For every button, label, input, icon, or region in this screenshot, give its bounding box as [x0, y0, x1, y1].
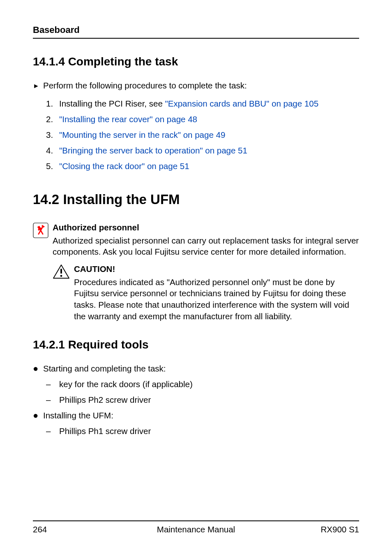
list-text-prefix: Installing the PCI Riser, see — [59, 99, 165, 108]
footer-model: RX900 S1 — [321, 525, 359, 534]
list-item: 2. "Installing the rear cover" on page 4… — [46, 114, 359, 124]
list-item: – Phillips Ph1 screw driver — [46, 426, 359, 436]
note-body: Authorized specialist personnel can carr… — [53, 235, 359, 258]
bullet-icon: ● — [33, 364, 43, 374]
list-item: 5. "Closing the rack door" on page 51 — [46, 161, 359, 171]
bullet-text: Starting and completing the task: — [43, 364, 166, 374]
list-number: 5. — [46, 161, 59, 171]
footer-row: 264 Maintenance Manual RX900 S1 — [33, 525, 359, 534]
instruction-step: ► Perform the following procedures to co… — [33, 81, 359, 91]
bullet-item: ● Installing the UFM: — [33, 411, 359, 420]
note-title: Authorized personnel — [53, 222, 359, 233]
dash-list: – key for the rack doors (if applicable)… — [46, 379, 359, 405]
list-item: – key for the rack doors (if applicable) — [46, 379, 359, 389]
cross-reference-link[interactable]: "Installing the rear cover" on page 48 — [59, 114, 197, 124]
list-item: 1. Installing the PCI Riser, see "Expans… — [46, 99, 359, 109]
bullet-text: Installing the UFM: — [43, 411, 113, 420]
numbered-procedure-list: 1. Installing the PCI Riser, see "Expans… — [46, 99, 359, 171]
cross-reference-link[interactable]: "Bringing the server back to operation" … — [59, 146, 247, 156]
instruction-text: Perform the following procedures to comp… — [43, 81, 247, 91]
cross-reference-link[interactable]: "Expansion cards and BBU" on page 105 — [165, 99, 319, 108]
list-number: 3. — [46, 130, 59, 140]
caution-content: CAUTION! Procedures indicated as "Author… — [74, 263, 359, 322]
svg-point-4 — [60, 275, 62, 277]
cross-reference-link[interactable]: "Closing the rack door" on page 51 — [59, 161, 189, 171]
list-text: Phillips Ph1 screw driver — [59, 426, 151, 436]
caution-title: CAUTION! — [74, 263, 359, 275]
header-rule — [33, 38, 359, 39]
heading-14-2: 14.2 Installing the UFM — [33, 192, 359, 207]
list-number: 4. — [46, 146, 59, 156]
heading-14-1-4: 14.1.4 Completing the task — [33, 55, 359, 68]
list-text: Phillips Ph2 screw driver — [59, 395, 151, 405]
list-text: Installing the PCI Riser, see "Expansion… — [59, 99, 318, 109]
caution-icon — [53, 264, 70, 280]
arrow-icon: ► — [33, 81, 43, 91]
heading-14-2-1: 14.2.1 Required tools — [33, 338, 359, 351]
note-content: Authorized personnel Authorized speciali… — [53, 222, 359, 258]
list-number: 2. — [46, 114, 59, 124]
footer-doc-title: Maintenance Manual — [157, 525, 235, 534]
footer-rule — [33, 520, 359, 521]
list-item: 4. "Bringing the server back to operatio… — [46, 146, 359, 156]
header-chapter-title: Baseboard — [33, 25, 359, 35]
page-header: Baseboard — [33, 25, 359, 39]
svg-rect-3 — [60, 269, 62, 273]
dash-icon: – — [46, 379, 59, 389]
bullet-icon: ● — [33, 411, 43, 420]
dash-list: – Phillips Ph1 screw driver — [46, 426, 359, 436]
tools-icon — [33, 223, 48, 238]
note-block: Authorized personnel Authorized speciali… — [33, 222, 359, 258]
cross-reference-link[interactable]: "Mounting the server in the rack" on pag… — [59, 130, 225, 140]
caution-body: Procedures indicated as "Authorized pers… — [74, 276, 359, 322]
list-item: – Phillips Ph2 screw driver — [46, 395, 359, 405]
bullet-item: ● Starting and completing the task: — [33, 364, 359, 374]
dash-icon: – — [46, 395, 59, 405]
list-text: key for the rack doors (if applicable) — [59, 379, 193, 389]
list-item: 3. "Mounting the server in the rack" on … — [46, 130, 359, 140]
page-footer: 264 Maintenance Manual RX900 S1 — [33, 520, 359, 534]
dash-icon: – — [46, 426, 59, 436]
footer-page-number: 264 — [33, 525, 47, 534]
caution-block: CAUTION! Procedures indicated as "Author… — [53, 263, 359, 322]
list-number: 1. — [46, 99, 59, 109]
